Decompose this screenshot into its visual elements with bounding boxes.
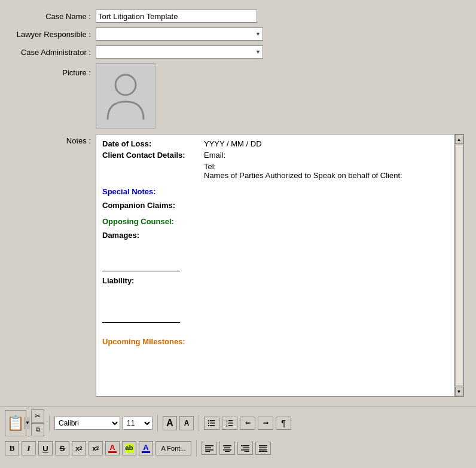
svg-rect-4: [210, 423, 215, 424]
font-color-a: A: [109, 443, 115, 451]
svg-rect-1: [208, 420, 209, 421]
lawyer-select-wrapper: [96, 27, 263, 41]
font-color2-btn[interactable]: A: [139, 441, 153, 455]
separator2: [157, 415, 158, 432]
svg-rect-8: [228, 420, 233, 421]
damages-spacer: [102, 242, 448, 266]
svg-text:3.: 3.: [226, 424, 228, 427]
font-size-select[interactable]: 11: [123, 417, 152, 430]
opposing-counsel-label: Opposing Counsel:: [102, 217, 448, 226]
form-container: Case Name : Lawyer Responsible : Case Ad…: [0, 0, 476, 406]
separator3: [199, 415, 199, 432]
email-label: Email:: [204, 151, 225, 160]
case-admin-select-wrapper: [96, 45, 263, 59]
italic-btn[interactable]: I: [22, 441, 36, 455]
authorized-row: Names of Parties Authorized to Speak on …: [204, 171, 448, 180]
notes-row: Notes : Date of Loss: YYYY / MM / DD Cli…: [12, 134, 464, 397]
authorized-label: Names of Parties Authorized to Speak on …: [204, 171, 402, 180]
svg-rect-15: [205, 449, 213, 451]
date-of-loss-value: YYYY / MM / DD: [204, 139, 262, 148]
svg-rect-17: [223, 445, 231, 446]
svg-rect-6: [210, 425, 215, 426]
align-right-btn[interactable]: [237, 442, 253, 455]
cut-copy-group: ✂ ⧉: [31, 409, 44, 436]
client-contact-label: Client Contact Details:: [102, 151, 204, 160]
font-select[interactable]: Calibri: [54, 417, 120, 430]
damages-label: Damages:: [102, 231, 448, 240]
align-center-btn[interactable]: [219, 442, 235, 455]
scrollbar-down-btn[interactable]: ▼: [455, 387, 463, 396]
paste-icon-area: 📋: [7, 416, 25, 430]
tel-row: Tel:: [204, 162, 448, 171]
liability-spacer: [102, 287, 448, 317]
svg-rect-2: [210, 420, 215, 421]
increase-indent-btn[interactable]: ⇒: [258, 417, 273, 430]
svg-rect-10: [228, 423, 233, 424]
underline-btn[interactable]: U: [38, 441, 53, 455]
picture-label: Picture :: [12, 63, 96, 77]
special-notes-label: Special Notes:: [102, 187, 448, 196]
highlight-btn[interactable]: ab: [122, 441, 136, 455]
superscript-btn[interactable]: x2: [89, 441, 103, 455]
svg-rect-21: [241, 445, 249, 446]
svg-rect-19: [223, 449, 231, 451]
person-icon: [105, 72, 147, 121]
lawyer-row: Lawyer Responsible :: [12, 27, 464, 41]
date-of-loss-label: Date of Loss:: [102, 139, 204, 148]
case-admin-row: Case Administrator :: [12, 45, 464, 59]
post-liability-spacer: [102, 328, 448, 332]
font-color-btn[interactable]: A: [105, 441, 120, 455]
cut-btn[interactable]: ✂: [31, 409, 44, 423]
lawyer-select[interactable]: [96, 27, 263, 41]
date-of-loss-row: Date of Loss: YYYY / MM / DD: [102, 139, 448, 148]
picture-row: Picture :: [12, 63, 464, 129]
upcoming-milestones-label: Upcoming Milestones:: [102, 337, 448, 346]
case-admin-label: Case Administrator :: [12, 48, 96, 57]
svg-rect-28: [259, 451, 267, 452]
svg-rect-18: [224, 448, 230, 449]
lawyer-label: Lawyer Responsible :: [12, 30, 96, 39]
font-dialog-label: A Font...: [161, 445, 186, 452]
paste-group: 📋 ▼: [5, 410, 26, 436]
notes-label: Notes :: [12, 134, 96, 145]
svg-rect-14: [205, 448, 211, 449]
font-grow-btn[interactable]: A: [163, 416, 177, 430]
svg-rect-26: [259, 448, 267, 449]
font-dialog-btn[interactable]: A Font...: [155, 441, 191, 455]
picture-area[interactable]: [96, 63, 155, 129]
companion-claims-label: Companion Claims:: [102, 201, 448, 210]
svg-rect-23: [241, 449, 249, 451]
svg-point-0: [115, 75, 136, 95]
font-color-bar: [108, 451, 117, 453]
svg-rect-5: [208, 425, 209, 426]
clipboard-icon: 📋: [7, 416, 25, 430]
numbering-btn[interactable]: 1. 2. 3.: [222, 417, 237, 430]
client-contact-row: Client Contact Details: Email:: [102, 151, 448, 160]
decrease-indent-btn[interactable]: ⇐: [240, 417, 255, 430]
case-admin-select[interactable]: [96, 45, 263, 59]
paste-dropdown[interactable]: ▼: [25, 417, 30, 429]
justify-btn[interactable]: [255, 442, 271, 455]
paste-btn[interactable]: 📋 ▼: [5, 410, 26, 436]
font-shrink-btn[interactable]: A: [179, 416, 194, 430]
case-name-label: Case Name :: [12, 12, 96, 21]
damages-line: [102, 271, 180, 271]
liability-line: [102, 322, 180, 323]
liability-label: Liability:: [102, 276, 448, 285]
paragraph-btn[interactable]: ¶: [276, 417, 291, 430]
tel-label: Tel:: [204, 162, 216, 171]
copy-btn[interactable]: ⧉: [31, 423, 44, 436]
notes-content[interactable]: Date of Loss: YYYY / MM / DD Client Cont…: [96, 134, 454, 396]
scrollbar-track: ▲ ▼: [454, 134, 463, 396]
align-left-btn[interactable]: [202, 442, 217, 455]
bold-btn[interactable]: B: [5, 441, 19, 455]
case-name-input[interactable]: [96, 10, 257, 23]
subscript-btn[interactable]: x2: [72, 441, 86, 455]
scrollbar-up-btn[interactable]: ▲: [455, 134, 463, 144]
svg-rect-24: [245, 451, 249, 452]
strikethrough-btn[interactable]: S: [55, 441, 69, 455]
bullets-btn[interactable]: [204, 417, 219, 430]
separator4: [196, 440, 197, 457]
svg-rect-12: [228, 425, 233, 426]
scrollbar-thumb[interactable]: [455, 145, 463, 386]
